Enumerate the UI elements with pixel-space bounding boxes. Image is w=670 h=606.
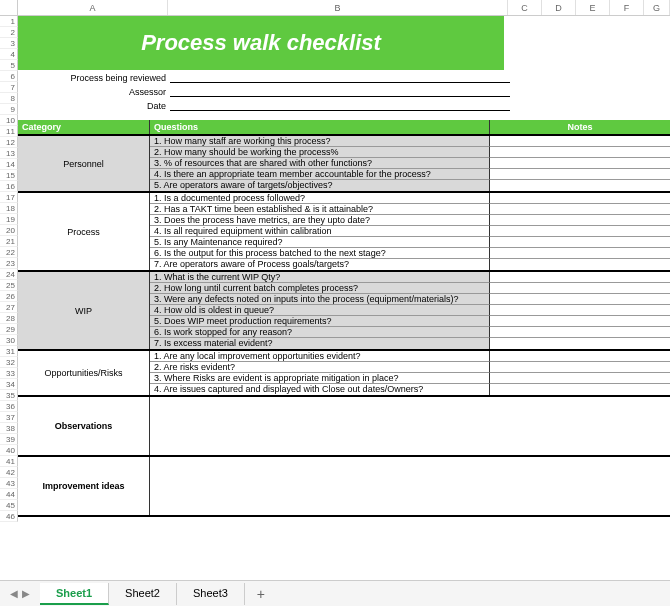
sheet-tab-sheet3[interactable]: Sheet3: [177, 583, 245, 605]
row-header-1[interactable]: 1: [0, 16, 18, 27]
question-cell[interactable]: 5. Is any Maintenance required?: [150, 237, 490, 248]
row-header-24[interactable]: 24: [0, 269, 18, 280]
row-header-9[interactable]: 9: [0, 104, 18, 115]
row-header-45[interactable]: 45: [0, 500, 18, 511]
row-header-18[interactable]: 18: [0, 203, 18, 214]
question-cell[interactable]: 5. Are operators aware of targets/object…: [150, 180, 490, 191]
notes-cell[interactable]: [490, 259, 670, 270]
category-cell[interactable]: Observations: [18, 397, 150, 455]
question-cell[interactable]: 2. Has a TAKT time been established & is…: [150, 204, 490, 215]
question-cell[interactable]: 1. Are any local improvement opportuniti…: [150, 351, 490, 362]
question-cell[interactable]: 3. % of resources that are shared with o…: [150, 158, 490, 169]
row-header-14[interactable]: 14: [0, 159, 18, 170]
add-sheet-button[interactable]: +: [245, 582, 277, 606]
freeform-cell[interactable]: [150, 457, 670, 515]
row-header-19[interactable]: 19: [0, 214, 18, 225]
notes-cell[interactable]: [490, 283, 670, 294]
row-header-35[interactable]: 35: [0, 390, 18, 401]
question-cell[interactable]: 2. How long until current batch complete…: [150, 283, 490, 294]
row-header-22[interactable]: 22: [0, 247, 18, 258]
select-all-corner[interactable]: [0, 0, 18, 15]
notes-cell[interactable]: [490, 362, 670, 373]
row-header-25[interactable]: 25: [0, 280, 18, 291]
question-cell[interactable]: 4. Are issues captured and displayed wit…: [150, 384, 490, 395]
tab-prev-icon[interactable]: ◀: [10, 588, 18, 599]
row-header-31[interactable]: 31: [0, 346, 18, 357]
row-header-16[interactable]: 16: [0, 181, 18, 192]
row-header-2[interactable]: 2: [0, 27, 18, 38]
category-cell[interactable]: Opportunities/Risks: [18, 351, 150, 395]
notes-cell[interactable]: [490, 384, 670, 395]
row-header-4[interactable]: 4: [0, 49, 18, 60]
notes-cell[interactable]: [490, 147, 670, 158]
notes-cell[interactable]: [490, 180, 670, 191]
freeform-cell[interactable]: [150, 397, 670, 455]
row-header-20[interactable]: 20: [0, 225, 18, 236]
col-header-B[interactable]: B: [168, 0, 508, 15]
col-header-E[interactable]: E: [576, 0, 610, 15]
notes-cell[interactable]: [490, 316, 670, 327]
process-input-line[interactable]: [170, 73, 510, 83]
row-header-37[interactable]: 37: [0, 412, 18, 423]
notes-cell[interactable]: [490, 272, 670, 283]
notes-cell[interactable]: [490, 169, 670, 180]
row-header-39[interactable]: 39: [0, 434, 18, 445]
row-header-23[interactable]: 23: [0, 258, 18, 269]
question-cell[interactable]: 5. Does WIP meet production requirements…: [150, 316, 490, 327]
question-cell[interactable]: 6. Is the output for this process batche…: [150, 248, 490, 259]
tab-next-icon[interactable]: ▶: [22, 588, 30, 599]
notes-cell[interactable]: [490, 226, 670, 237]
question-cell[interactable]: 4. Is there an appropriate team member a…: [150, 169, 490, 180]
row-header-46[interactable]: 46: [0, 511, 18, 522]
row-header-21[interactable]: 21: [0, 236, 18, 247]
col-header-D[interactable]: D: [542, 0, 576, 15]
question-cell[interactable]: 4. How old is oldest in queue?: [150, 305, 490, 316]
notes-cell[interactable]: [490, 158, 670, 169]
question-cell[interactable]: 2. How many should be working the proces…: [150, 147, 490, 158]
question-cell[interactable]: 4. Is all required equipment within cali…: [150, 226, 490, 237]
row-header-30[interactable]: 30: [0, 335, 18, 346]
date-input-line[interactable]: [170, 101, 510, 111]
row-header-43[interactable]: 43: [0, 478, 18, 489]
notes-cell[interactable]: [490, 237, 670, 248]
notes-cell[interactable]: [490, 338, 670, 349]
notes-cell[interactable]: [490, 327, 670, 338]
col-header-F[interactable]: F: [610, 0, 644, 15]
notes-cell[interactable]: [490, 136, 670, 147]
row-header-13[interactable]: 13: [0, 148, 18, 159]
question-cell[interactable]: 1. Is a documented process followed?: [150, 193, 490, 204]
row-header-10[interactable]: 10: [0, 115, 18, 126]
col-header-C[interactable]: C: [508, 0, 542, 15]
category-cell[interactable]: Improvement ideas: [18, 457, 150, 515]
row-header-41[interactable]: 41: [0, 456, 18, 467]
row-header-3[interactable]: 3: [0, 38, 18, 49]
category-cell[interactable]: WIP: [18, 272, 150, 349]
row-header-5[interactable]: 5: [0, 60, 18, 71]
row-header-12[interactable]: 12: [0, 137, 18, 148]
assessor-input-line[interactable]: [170, 87, 510, 97]
row-header-8[interactable]: 8: [0, 93, 18, 104]
row-header-11[interactable]: 11: [0, 126, 18, 137]
notes-cell[interactable]: [490, 193, 670, 204]
question-cell[interactable]: 2. Are risks evident?: [150, 362, 490, 373]
notes-cell[interactable]: [490, 294, 670, 305]
notes-cell[interactable]: [490, 248, 670, 259]
notes-cell[interactable]: [490, 305, 670, 316]
question-cell[interactable]: 3. Does the process have metrics, are th…: [150, 215, 490, 226]
notes-cell[interactable]: [490, 373, 670, 384]
col-header-G[interactable]: G: [644, 0, 670, 15]
col-header-A[interactable]: A: [18, 0, 168, 15]
row-header-38[interactable]: 38: [0, 423, 18, 434]
question-cell[interactable]: 7. Are operators aware of Process goals/…: [150, 259, 490, 270]
row-header-34[interactable]: 34: [0, 379, 18, 390]
row-header-40[interactable]: 40: [0, 445, 18, 456]
row-header-36[interactable]: 36: [0, 401, 18, 412]
question-cell[interactable]: 1. How many staff are working this proce…: [150, 136, 490, 147]
row-header-17[interactable]: 17: [0, 192, 18, 203]
row-header-32[interactable]: 32: [0, 357, 18, 368]
notes-cell[interactable]: [490, 204, 670, 215]
row-header-44[interactable]: 44: [0, 489, 18, 500]
question-cell[interactable]: 6. Is work stopped for any reason?: [150, 327, 490, 338]
category-cell[interactable]: Process: [18, 193, 150, 270]
row-header-26[interactable]: 26: [0, 291, 18, 302]
